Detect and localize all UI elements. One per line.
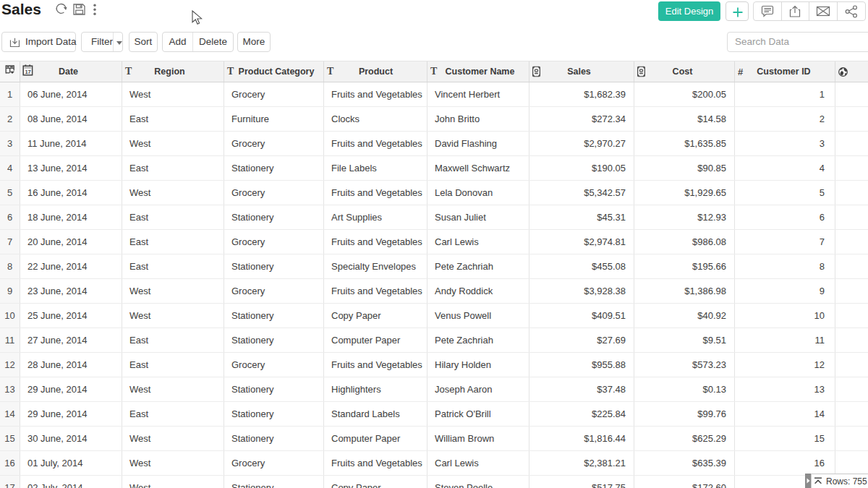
- svg-text:17: 17: [25, 69, 30, 75]
